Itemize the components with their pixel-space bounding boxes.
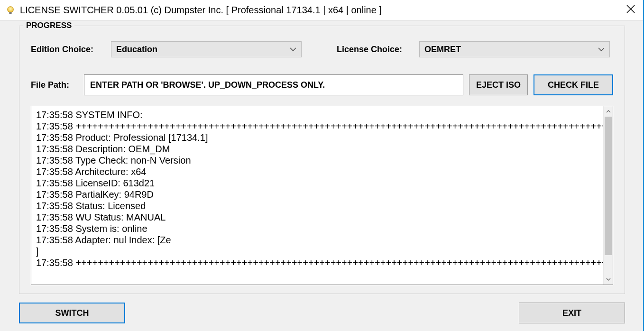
scrollbar-thumb[interactable] bbox=[605, 117, 612, 255]
scroll-down-button[interactable] bbox=[604, 274, 613, 285]
edition-select[interactable]: Education bbox=[111, 41, 302, 57]
footer-row: SWITCH EXIT bbox=[19, 294, 625, 323]
scroll-up-button[interactable] bbox=[604, 106, 613, 117]
filepath-row: File Path: EJECT ISO CHECK FILE bbox=[31, 74, 613, 95]
license-select[interactable]: OEMRET bbox=[419, 41, 610, 57]
lightbulb-icon bbox=[6, 6, 15, 15]
chevron-down-icon bbox=[290, 47, 296, 52]
edition-select-value: Education bbox=[116, 45, 157, 55]
switch-button[interactable]: SWITCH bbox=[19, 303, 125, 323]
choice-row: Edition Choice: Education License Choice… bbox=[31, 41, 613, 57]
scrollbar-track[interactable] bbox=[604, 117, 613, 274]
check-file-button[interactable]: CHECK FILE bbox=[534, 74, 613, 95]
svg-rect-1 bbox=[9, 12, 12, 14]
filepath-input[interactable] bbox=[84, 74, 463, 95]
chevron-down-icon bbox=[598, 47, 605, 52]
app-window: LICENSE SWITCHER 0.05.01 (c) Dumpster In… bbox=[0, 0, 644, 331]
log-output: 17:35:58 SYSTEM INFO: 17:35:58 +++++++++… bbox=[31, 106, 613, 285]
eject-iso-button[interactable]: EJECT ISO bbox=[469, 74, 528, 95]
window-title: LICENSE SWITCHER 0.05.01 (c) Dumpster In… bbox=[20, 5, 617, 16]
titlebar: LICENSE SWITCHER 0.05.01 (c) Dumpster In… bbox=[0, 0, 644, 21]
exit-button[interactable]: EXIT bbox=[519, 303, 625, 323]
svg-point-0 bbox=[8, 6, 14, 12]
close-button[interactable] bbox=[617, 0, 644, 21]
filepath-label: File Path: bbox=[31, 80, 78, 90]
content-area: PROGRESS Edition Choice: Education Licen… bbox=[0, 21, 644, 331]
vertical-scrollbar[interactable] bbox=[603, 106, 613, 285]
edition-label: Edition Choice: bbox=[31, 45, 104, 55]
progress-groupbox: PROGRESS Edition Choice: Education Licen… bbox=[19, 26, 625, 294]
log-text[interactable]: 17:35:58 SYSTEM INFO: 17:35:58 +++++++++… bbox=[31, 106, 603, 285]
license-label: License Choice: bbox=[337, 45, 413, 55]
groupbox-title: PROGRESS bbox=[23, 21, 74, 30]
license-select-value: OEMRET bbox=[424, 45, 461, 55]
close-icon bbox=[626, 5, 635, 16]
